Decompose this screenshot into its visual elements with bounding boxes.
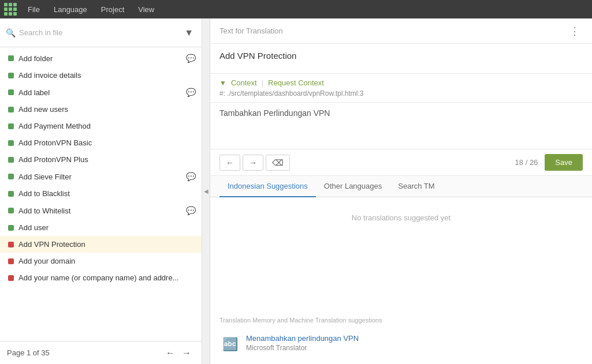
- suggestion-item: 🔤 Menambahkan perlindungan VPN Microsoft…: [219, 329, 583, 359]
- main-layout: 🔍 ▼ Add folder💬Add invoice detailsAdd la…: [0, 18, 592, 364]
- file-dot-icon: [8, 107, 14, 112]
- save-button[interactable]: Save: [545, 154, 583, 171]
- translation-target-text[interactable]: Tambahkan Perlindungan VPN: [219, 108, 583, 143]
- progress-text: 18 / 26: [290, 158, 538, 167]
- file-dot-icon: [8, 55, 14, 61]
- menu-file[interactable]: File: [21, 3, 47, 16]
- ms-translator-logo: 🔤: [219, 334, 240, 355]
- comment-icon: 💬: [186, 54, 196, 63]
- file-name-label: Add new users: [18, 105, 196, 114]
- file-list-item[interactable]: Add ProtonVPN Basic: [0, 134, 202, 151]
- apps-icon[interactable]: [2, 1, 18, 17]
- translation-area: Tambahkan Perlindungan VPN: [210, 103, 592, 149]
- file-list-item[interactable]: Add VPN Protection: [0, 236, 202, 253]
- context-arrow-icon: ▼: [219, 79, 226, 87]
- search-bar: 🔍 ▼: [0, 18, 202, 47]
- translation-header-title: Text for Translation: [219, 27, 567, 35]
- nav-save-bar: ← → ⌫ 18 / 26 Save: [210, 149, 592, 176]
- file-dot-icon: [8, 242, 14, 247]
- file-dot-icon: [8, 157, 14, 163]
- file-dot-icon: [8, 140, 14, 146]
- file-name-label: Add your domain: [18, 257, 196, 265]
- ms-icon: 🔤: [222, 337, 238, 352]
- context-path: #: ./src/templates/dashboard/vpnRow.tpl.…: [219, 89, 583, 97]
- pagination-bar: Page 1 of 35 ← →: [0, 341, 202, 364]
- next-page-button[interactable]: →: [178, 347, 195, 359]
- file-list-item[interactable]: Add your domain: [0, 253, 202, 269]
- context-label[interactable]: Context: [231, 78, 257, 87]
- no-suggestions-text: No translations suggested yet: [219, 204, 583, 231]
- menu-view[interactable]: View: [131, 3, 161, 16]
- file-list-item[interactable]: Add to Whitelist💬: [0, 202, 202, 219]
- file-name-label: Add to Whitelist: [18, 207, 184, 215]
- suggestion-text[interactable]: Menambahkan perlindungan VPN: [246, 334, 583, 343]
- comment-icon: 💬: [186, 172, 196, 181]
- file-name-label: Add Sieve Filter: [18, 172, 184, 181]
- context-separator: |: [262, 78, 263, 87]
- tm-section: Translation Memory and Machine Translati…: [210, 312, 592, 364]
- filter-button[interactable]: ▼: [182, 27, 196, 39]
- comment-icon: 💬: [186, 206, 196, 215]
- file-list-item[interactable]: Add folder💬: [0, 50, 202, 67]
- next-translation-button[interactable]: →: [243, 155, 263, 171]
- left-panel: 🔍 ▼ Add folder💬Add invoice detailsAdd la…: [0, 18, 202, 364]
- translation-header: Text for Translation ⋮: [210, 18, 592, 44]
- context-section: ▼ Context | Request Context #: ./src/tem…: [210, 74, 592, 103]
- file-dot-icon: [8, 258, 14, 264]
- chevron-left-icon: ◀: [204, 188, 208, 194]
- menu-bar: File Language Project View: [0, 0, 592, 18]
- prev-page-button[interactable]: ←: [162, 347, 178, 359]
- file-name-label: Add folder: [18, 54, 184, 63]
- search-icon: 🔍: [6, 28, 16, 37]
- file-name-label: Add ProtonVPN Plus: [18, 155, 196, 164]
- file-list-item[interactable]: Add new users: [0, 101, 202, 118]
- search-input[interactable]: [19, 28, 178, 37]
- file-dot-icon: [8, 191, 14, 197]
- page-text: Page 1 of 35: [7, 348, 162, 357]
- comment-icon: 💬: [186, 88, 196, 97]
- suggestions-area: No translations suggested yet: [210, 197, 592, 312]
- file-name-label: Add label: [18, 88, 184, 97]
- file-dot-icon: [8, 174, 14, 179]
- file-list-item[interactable]: Add user: [0, 219, 202, 236]
- file-dot-icon: [8, 73, 14, 78]
- suggestion-content: Menambahkan perlindungan VPN Microsoft T…: [246, 334, 583, 352]
- file-list-item[interactable]: Add ProtonVPN Plus: [0, 151, 202, 168]
- file-dot-icon: [8, 123, 14, 129]
- file-list-item[interactable]: Add invoice details: [0, 67, 202, 84]
- file-list-item[interactable]: Add label💬: [0, 84, 202, 101]
- tab-other-languages[interactable]: Other Languages: [316, 176, 390, 197]
- file-dot-icon: [8, 89, 14, 95]
- tab-indonesian-suggestions[interactable]: Indonesian Suggestions: [219, 176, 316, 197]
- panel-collapse-button[interactable]: ◀: [202, 18, 210, 364]
- prev-translation-button[interactable]: ←: [219, 155, 240, 171]
- copy-source-button[interactable]: ⌫: [266, 155, 290, 171]
- file-name-label: Add ProtonVPN Basic: [18, 138, 196, 147]
- file-list-item[interactable]: Add Sieve Filter💬: [0, 168, 202, 185]
- file-dot-icon: [8, 275, 14, 281]
- tm-label: Translation Memory and Machine Translati…: [219, 317, 583, 324]
- file-name-label: Add your name (or company name) and addr…: [18, 273, 196, 282]
- menu-language[interactable]: Language: [47, 3, 94, 16]
- file-name-label: Add invoice details: [18, 71, 196, 80]
- file-name-label: Add to Blacklist: [18, 189, 196, 198]
- file-list: Add folder💬Add invoice detailsAdd label💬…: [0, 47, 202, 341]
- file-dot-icon: [8, 225, 14, 231]
- right-panel: Text for Translation ⋮ Add VPN Protectio…: [210, 18, 592, 364]
- request-context-link[interactable]: Request Context: [268, 78, 324, 87]
- suggestion-source: Microsoft Translator: [246, 344, 583, 352]
- file-list-item[interactable]: Add to Blacklist: [0, 185, 202, 202]
- file-list-item[interactable]: Add Payment Method: [0, 118, 202, 134]
- menu-project[interactable]: Project: [94, 3, 131, 16]
- file-name-label: Add Payment Method: [18, 122, 196, 130]
- file-list-item[interactable]: Add your name (or company name) and addr…: [0, 269, 202, 286]
- tabs-bar: Indonesian Suggestions Other Languages S…: [210, 176, 592, 197]
- translation-source-text: Add VPN Protection: [219, 51, 583, 61]
- translation-content: Add VPN Protection: [210, 44, 592, 74]
- more-options-button[interactable]: ⋮: [567, 25, 583, 37]
- tab-search-tm[interactable]: Search TM: [390, 176, 442, 197]
- file-name-label: Add VPN Protection: [18, 240, 196, 249]
- file-name-label: Add user: [18, 223, 196, 232]
- file-dot-icon: [8, 208, 14, 213]
